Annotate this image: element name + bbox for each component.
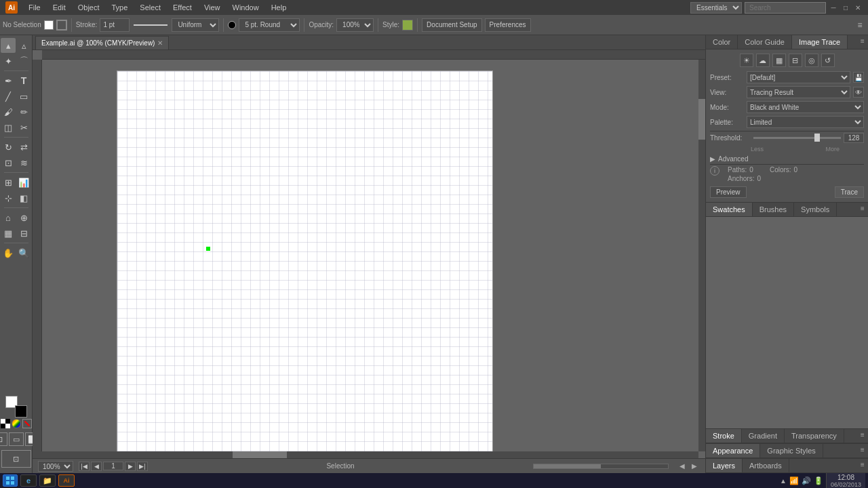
trace-icon-auto[interactable]: ☀ [740, 54, 753, 67]
preset-select[interactable]: [Default] [747, 71, 850, 83]
tab-appearance[interactable]: Appearance [706, 444, 760, 458]
minimize-button[interactable]: ─ [829, 3, 838, 12]
mesh-tool[interactable]: ⊹ [1, 190, 16, 205]
taskbar-folder-button[interactable]: 📁 [39, 474, 56, 487]
pen-tool[interactable]: ✒ [1, 73, 16, 88]
vertical-scrollbar-thumb[interactable] [698, 99, 705, 140]
gradient-mode-icon[interactable] [12, 419, 21, 428]
drawing-mode-icon[interactable]: ⊡ [1, 450, 31, 468]
eraser-tool[interactable]: ◫ [1, 120, 16, 135]
tab-close-button[interactable]: ✕ [157, 39, 163, 47]
document-tab[interactable]: Example.ai @ 100% (CMYK/Preview) ✕ [35, 36, 169, 49]
type-tool[interactable]: T [16, 73, 31, 88]
slice-tool[interactable]: ⊟ [16, 226, 31, 241]
taskbar-clock[interactable]: 12:08 06/02/2013 [826, 473, 865, 488]
no-fill-icon[interactable] [22, 419, 32, 428]
opacity-select[interactable]: 100% [336, 18, 374, 32]
last-artboard-button[interactable]: ▶| [137, 462, 148, 471]
fg-bg-colors[interactable] [5, 396, 27, 418]
menu-help[interactable]: Help [266, 2, 292, 13]
stroke-width-input[interactable] [100, 18, 130, 32]
threshold-slider[interactable] [753, 137, 841, 139]
stroke-expand-icon[interactable]: ≡ [857, 429, 868, 440]
taskbar-hide-icon[interactable]: ▲ [780, 477, 787, 485]
taskbar-ai-button[interactable]: Ai [58, 474, 75, 487]
scale-tool[interactable]: ⊡ [1, 155, 16, 170]
menu-effect[interactable]: Effect [167, 2, 197, 13]
trace-button[interactable]: Trace [835, 186, 864, 198]
nav-arrow-left[interactable]: ◀ [677, 461, 688, 472]
first-artboard-button[interactable]: |◀ [79, 462, 90, 471]
artboard-number-input[interactable] [103, 462, 123, 470]
fill-color-box[interactable] [44, 20, 54, 30]
taskbar-network-icon[interactable]: 📶 [789, 476, 799, 485]
close-button[interactable]: ✕ [853, 3, 863, 12]
taskbar-battery-icon[interactable]: 🔋 [814, 476, 823, 485]
prev-artboard-button[interactable]: ◀ [91, 462, 102, 471]
preferences-button[interactable]: Preferences [485, 18, 531, 32]
selection-tool[interactable]: ▴ [1, 38, 16, 53]
graph-tool[interactable]: 📊 [16, 175, 31, 190]
view-select[interactable]: Tracing Result [747, 86, 850, 98]
tab-image-trace[interactable]: Image Trace [792, 35, 848, 49]
menu-file[interactable]: File [23, 2, 46, 13]
maximize-button[interactable]: □ [841, 3, 850, 12]
taskbar-sound-icon[interactable]: 🔊 [802, 476, 811, 485]
tab-gradient[interactable]: Gradient [742, 429, 785, 443]
zoom-tool[interactable]: 🔍 [16, 245, 31, 260]
mode-select[interactable]: Black and White [747, 101, 864, 113]
stroke-type-select[interactable]: Uniform [172, 18, 219, 32]
workspace-select[interactable]: Essentials [690, 2, 742, 14]
warp-tool[interactable]: ≋ [16, 155, 31, 170]
layers-expand-icon[interactable]: ≡ [857, 459, 868, 470]
reflect-tool[interactable]: ⇄ [16, 140, 31, 155]
appearance-expand-icon[interactable]: ≡ [857, 444, 868, 455]
direct-selection-tool[interactable]: ▵ [16, 38, 31, 53]
free-transform-tool[interactable]: ⊞ [1, 175, 16, 190]
preset-save-icon[interactable]: 💾 [853, 72, 864, 83]
tab-color[interactable]: Color [706, 35, 738, 49]
line-tool[interactable]: ╱ [1, 89, 16, 104]
stroke-color-box[interactable] [56, 20, 67, 30]
symbol-tool[interactable]: ⊕ [16, 210, 31, 225]
next-artboard-button[interactable]: ▶ [125, 462, 136, 471]
trace-icon-detailed[interactable]: ◎ [805, 54, 818, 67]
rotate-tool[interactable]: ↻ [1, 140, 16, 155]
panel-arrange-icon[interactable]: ≡ [854, 20, 865, 30]
nav-arrow-right[interactable]: ▶ [689, 461, 700, 472]
scissor-tool[interactable]: ✂ [16, 120, 31, 135]
tab-stroke[interactable]: Stroke [706, 429, 742, 443]
menu-select[interactable]: Select [134, 2, 166, 13]
taskbar-ie-button[interactable]: e [20, 474, 37, 487]
advanced-toggle[interactable]: ▶ [710, 155, 715, 163]
tab-transparency[interactable]: Transparency [785, 429, 844, 443]
paintbrush-tool[interactable]: 🖌 [1, 104, 16, 119]
canvas-area[interactable] [33, 60, 705, 458]
menu-edit[interactable]: Edit [47, 2, 71, 13]
swatches-expand-icon[interactable]: ≡ [857, 203, 868, 214]
tab-artboards[interactable]: Artboards [743, 459, 789, 472]
magic-wand-tool[interactable]: ✦ [1, 54, 16, 68]
threshold-thumb[interactable] [814, 134, 820, 142]
document-setup-button[interactable]: Document Setup [422, 18, 482, 32]
trace-icon-sketch[interactable]: ☁ [756, 54, 770, 67]
preview-mode-icon[interactable]: ▭ [9, 432, 24, 446]
lasso-tool[interactable]: ⌒ [16, 54, 31, 68]
trace-icon-line[interactable]: ⊟ [789, 54, 802, 67]
menu-view[interactable]: View [199, 2, 226, 13]
horizontal-scrollbar[interactable] [33, 451, 698, 458]
color-mode-icon[interactable] [1, 419, 10, 428]
threshold-value-input[interactable] [844, 133, 864, 143]
trace-icon-silhouette[interactable]: ▦ [772, 54, 786, 67]
background-color[interactable] [15, 405, 27, 418]
rect-tool[interactable]: ▭ [16, 89, 31, 104]
stroke-cap-select[interactable]: 5 pt. Round [239, 18, 300, 32]
menu-type[interactable]: Type [106, 2, 134, 13]
screen-mode-icon[interactable]: ⊡ [0, 432, 7, 446]
search-input[interactable] [745, 2, 826, 14]
column-graph-tool[interactable]: ▦ [1, 226, 16, 241]
horizontal-scrollbar-thumb[interactable] [233, 451, 287, 458]
panel-expand-icon[interactable]: ≡ [857, 35, 868, 46]
menu-object[interactable]: Object [73, 2, 105, 13]
view-eye-icon[interactable]: 👁 [853, 87, 864, 98]
